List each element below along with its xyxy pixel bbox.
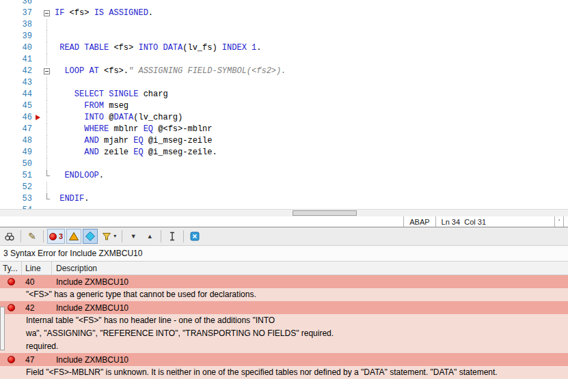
line-number[interactable]: 37 [0,8,36,19]
code-line[interactable]: 51 ENDLOOP. [0,170,568,182]
scrollbar-thumb[interactable] [293,210,357,216]
results-vertical-scrollbar[interactable] [0,307,5,350]
error-icon [8,356,15,363]
line-number[interactable]: 47 [0,124,36,135]
line-number[interactable]: 48 [0,135,36,147]
error-row[interactable]: 47Include ZXMBCU10 [0,353,568,366]
infos-filter-button[interactable] [83,229,98,244]
toolbar-separator [161,230,161,242]
line-number[interactable]: 51 [0,170,36,182]
fold-toggle-icon[interactable] [42,66,52,77]
code-text: FROM mseg [52,100,129,112]
code-line[interactable]: 40 READ TABLE <fs> INTO DATA(lv_fs) INDE… [0,42,568,54]
code-line[interactable]: 50 [0,158,568,170]
error-row[interactable]: 40Include ZXMBCU10 [0,275,568,288]
editor-horizontal-scrollbar[interactable] [0,209,568,216]
error-detail-row[interactable]: Internal table "<FS>" has no header line… [0,314,568,353]
code-line[interactable]: 47 WHERE mblnr EQ @<fs>-mblnr [0,124,568,135]
code-text: INTO @DATA(lv_charg) [52,112,182,124]
fold-toggle-icon[interactable] [42,8,52,19]
fold-column [42,193,52,205]
line-number[interactable]: 45 [0,100,36,112]
marker-column [36,100,42,112]
line-number[interactable]: 40 [0,42,36,54]
results-title: 3 Syntax Error for Include ZXMBCU10 [0,246,568,261]
dropdown-arrow-icon: ▾ [113,234,116,239]
line-number[interactable]: 36 [0,0,36,8]
code-line[interactable]: 48 AND mjahr EQ @i_mseg-zeile [0,135,568,147]
line-number[interactable]: 52 [0,182,36,193]
marker-column [36,124,42,135]
marker-column [36,193,42,205]
description-cell: Include ZXMBCU10 [52,355,568,365]
code-text [52,54,55,66]
line-number[interactable]: 38 [0,19,36,31]
errors-filter-button[interactable]: 3 [47,229,65,244]
cursor-ibeam-icon [167,231,178,242]
toolbar-separator [43,230,44,242]
error-detail-row[interactable]: Field "<FS>-MBLNR" is unknown. It is nei… [0,366,568,379]
status-mode-mark: ' [554,216,564,227]
fold-box-icon[interactable] [44,68,50,74]
marker-column [36,31,42,42]
pencil-icon: ✎ [28,232,36,241]
previous-message-button[interactable]: ▲ [142,229,157,244]
next-message-button[interactable]: ▼ [126,229,141,244]
error-row[interactable]: 42Include ZXMBCU10 [0,301,568,314]
code-text [52,182,55,193]
code-editor[interactable]: 3637IF <fs> IS ASSIGNED.383940 READ TABL… [0,0,568,209]
line-number[interactable]: 43 [0,77,36,89]
code-line[interactable]: 41 [0,54,568,66]
code-line[interactable]: 45 FROM mseg [0,100,568,112]
error-icon [49,233,57,240]
find-button[interactable] [2,229,17,244]
code-line[interactable]: 38 [0,19,568,31]
cursor-position-button[interactable] [165,229,180,244]
fold-end-marker [46,193,50,199]
warnings-filter-button[interactable] [66,229,81,244]
filter-button[interactable]: ▾ [99,229,118,244]
code-line[interactable]: 43 [0,77,568,89]
line-number[interactable]: 41 [0,54,36,66]
code-line[interactable]: 52 [0,182,568,193]
line-cell: 47 [22,355,52,365]
type-cell [0,356,22,363]
statement-arrow-icon [36,115,40,120]
code-line[interactable]: 37IF <fs> IS ASSIGNED. [0,8,568,19]
code-text: WHERE mblnr EQ @<fs>-mblnr [52,124,212,135]
column-header-line[interactable]: Line [22,262,52,275]
description-cell: Include ZXMBCU10 [52,277,568,287]
line-number[interactable]: 46 [0,112,36,124]
binoculars-icon [4,231,15,242]
line-number[interactable]: 42 [0,66,36,77]
column-header-description[interactable]: Description [52,262,568,275]
marker-column [36,42,42,54]
close-results-button[interactable] [187,229,202,244]
fold-box-icon[interactable] [44,10,50,16]
code-line[interactable]: 42 LOOP AT <fs>." ASSIGNING FIELD-SYMBOL… [0,66,568,77]
edit-button[interactable]: ✎ [25,229,40,244]
code-line[interactable]: 39 [0,31,568,42]
editor-status-bar: ABAP Ln 34 Col 31 ' [0,216,568,227]
column-header-type[interactable]: Ty... [0,262,22,275]
warning-icon [68,231,79,242]
line-number[interactable]: 50 [0,158,36,170]
line-number[interactable]: 53 [0,193,36,205]
line-number[interactable]: 44 [0,89,36,100]
code-line[interactable]: 53 ENDIF. [0,193,568,205]
code-line[interactable]: 49 AND zeile EQ @i_mseg-zeile. [0,147,568,158]
filter-icon [101,231,112,242]
fold-column [42,135,52,147]
marker-column [36,54,42,66]
code-text: LOOP AT <fs>." ASSIGNING FIELD-SYMBOL(<f… [52,66,286,77]
marker-column [36,77,42,89]
close-icon [189,231,200,242]
code-line[interactable]: 36 [0,0,568,8]
marker-column [36,0,42,8]
code-line[interactable]: 46 INTO @DATA(lv_charg) [0,112,568,124]
line-number[interactable]: 39 [0,31,36,42]
line-number[interactable]: 49 [0,147,36,158]
code-line[interactable]: 44 SELECT SINGLE charg [0,89,568,100]
error-detail-row[interactable]: "<FS>" has a generic type that cannot be… [0,288,568,301]
fold-column [42,182,52,193]
